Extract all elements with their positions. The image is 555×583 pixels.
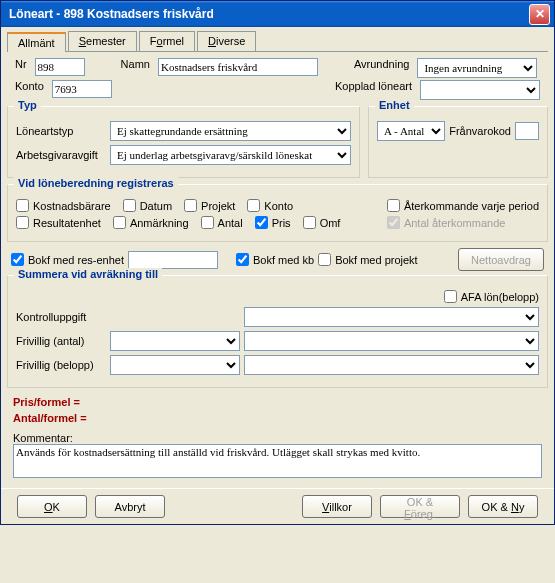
tab-allmant[interactable]: Allmänt bbox=[7, 32, 66, 52]
nr-label: Nr bbox=[15, 58, 27, 78]
ok-ny-button[interactable]: OK & Ny bbox=[468, 495, 538, 518]
close-icon[interactable]: ✕ bbox=[529, 4, 550, 25]
arbetsgivaravgift-label: Arbetsgivaravgift bbox=[16, 149, 106, 161]
avrundning-label: Avrundning bbox=[354, 58, 409, 78]
frivillig-antal-label: Frivillig (antal) bbox=[16, 335, 106, 347]
bokf-resenhet-input[interactable] bbox=[128, 251, 218, 269]
afa-check[interactable] bbox=[444, 290, 457, 303]
kopplad-label: Kopplad löneart bbox=[335, 80, 412, 100]
pris-check[interactable] bbox=[255, 216, 268, 229]
antal-aterkommande-check bbox=[387, 216, 400, 229]
enhet-legend: Enhet bbox=[375, 99, 414, 111]
namn-label: Namn bbox=[121, 58, 150, 78]
bokf-resenhet-check[interactable] bbox=[11, 253, 24, 266]
frivillig-belopp-select-2[interactable] bbox=[244, 355, 539, 375]
villkor-button[interactable]: Villkor bbox=[302, 495, 372, 518]
bokf-projekt-check[interactable] bbox=[318, 253, 331, 266]
tab-semester[interactable]: Semester bbox=[68, 31, 137, 51]
avrundning-select[interactable]: Ingen avrundning bbox=[417, 58, 537, 78]
anmarkning-check[interactable] bbox=[113, 216, 126, 229]
window-title: Löneart - 898 Kostnadsers friskvård bbox=[5, 7, 529, 21]
loneartstyp-label: Löneartstyp bbox=[16, 125, 106, 137]
pris-formel-label: Pris/formel = bbox=[13, 396, 542, 408]
summera-legend: Summera vid avräkning till bbox=[14, 268, 162, 280]
omf-check[interactable] bbox=[303, 216, 316, 229]
arbetsgivaravgift-select[interactable]: Ej underlag arbetsgivaravg/särskild löne… bbox=[110, 145, 351, 165]
nettoavdrag-button: Nettoavdrag bbox=[458, 248, 544, 271]
aterkommande-check[interactable] bbox=[387, 199, 400, 212]
namn-input[interactable] bbox=[158, 58, 318, 76]
resultatenhet-check[interactable] bbox=[16, 216, 29, 229]
bokf-kb-check[interactable] bbox=[236, 253, 249, 266]
typ-legend: Typ bbox=[14, 99, 41, 111]
franvarokod-input[interactable] bbox=[515, 122, 539, 140]
antal-check[interactable] bbox=[201, 216, 214, 229]
projekt-check[interactable] bbox=[184, 199, 197, 212]
frivillig-belopp-label: Frivillig (belopp) bbox=[16, 359, 106, 371]
tab-formel[interactable]: Formel bbox=[139, 31, 195, 51]
tab-bar: Allmänt Semester Formel Diverse bbox=[7, 31, 548, 52]
konto-check[interactable] bbox=[247, 199, 260, 212]
antal-formel-label: Antal/formel = bbox=[13, 412, 542, 424]
kontrolluppgift-label: Kontrolluppgift bbox=[16, 311, 106, 323]
franvarokod-label: Frånvarokod bbox=[449, 125, 511, 137]
frivillig-antal-select-2[interactable] bbox=[244, 331, 539, 351]
registreras-legend: Vid löneberedning registreras bbox=[14, 177, 178, 189]
konto-input[interactable] bbox=[52, 80, 112, 98]
kostnadsbarare-check[interactable] bbox=[16, 199, 29, 212]
avbryt-button[interactable]: Avbryt bbox=[95, 495, 165, 518]
kopplad-select[interactable] bbox=[420, 80, 540, 100]
konto-label: Konto bbox=[15, 80, 44, 100]
ok-button[interactable]: OK bbox=[17, 495, 87, 518]
tab-diverse[interactable]: Diverse bbox=[197, 31, 256, 51]
kontrolluppgift-select[interactable] bbox=[244, 307, 539, 327]
enhet-select[interactable]: A - Antal bbox=[377, 121, 445, 141]
kommentar-label: Kommentar: bbox=[13, 432, 542, 444]
nr-input[interactable] bbox=[35, 58, 85, 76]
ok-foreg-button: OK & Föreg. bbox=[380, 495, 460, 518]
frivillig-antal-select-1[interactable] bbox=[110, 331, 240, 351]
loneartstyp-select[interactable]: Ej skattegrundande ersättning bbox=[110, 121, 351, 141]
datum-check[interactable] bbox=[123, 199, 136, 212]
frivillig-belopp-select-1[interactable] bbox=[110, 355, 240, 375]
kommentar-textarea[interactable]: Används för kostnadsersättning till anst… bbox=[13, 444, 542, 478]
